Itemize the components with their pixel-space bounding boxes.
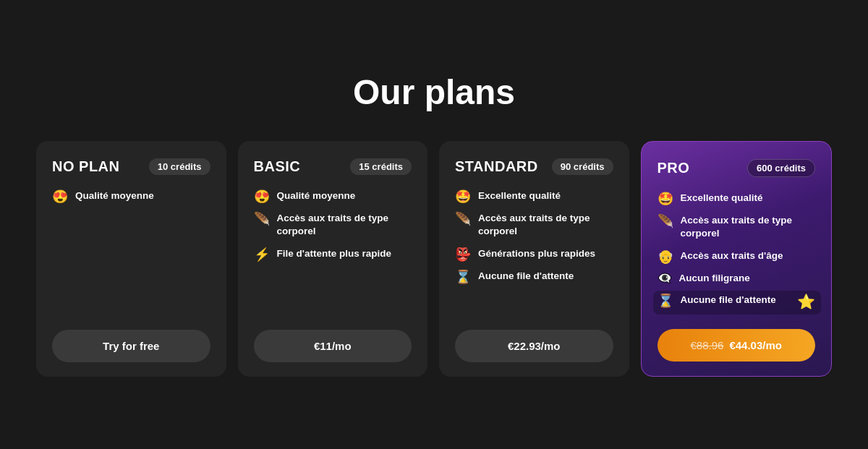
lightning-icon: ⚡	[254, 248, 270, 261]
feature-item: 🤩 Excellente qualité	[658, 192, 816, 205]
feature-text: File d'attente plus rapide	[277, 247, 392, 260]
features-list-standard: 🤩 Excellente qualité 🪶 Accès aux traits …	[455, 189, 613, 312]
feature-text: Excellente qualité	[681, 192, 763, 205]
hourglass-icon: ⌛	[455, 270, 471, 283]
try-free-button[interactable]: Try for free	[52, 330, 210, 362]
feather-icon: 🪶	[658, 215, 673, 228]
feature-text: Générations plus rapides	[478, 247, 595, 260]
feature-text: Accès aux traits d'âge	[681, 249, 783, 262]
feature-text: Qualité moyenne	[277, 189, 356, 202]
plans-container: NO PLAN 10 crédits 😍 Qualité moyenne Try…	[22, 141, 846, 377]
fast-icon: 👺	[455, 248, 471, 261]
feature-item: 🪶 Accès aux traits de type corporel	[455, 212, 613, 238]
plan-card-pro: PRO 600 crédits 🤩 Excellente qualité 🪶 A…	[641, 141, 833, 377]
plan-card-basic: BASIC 15 crédits 😍 Qualité moyenne 🪶 Acc…	[238, 141, 428, 377]
feature-item: 😍 Qualité moyenne	[254, 189, 412, 203]
features-list-basic: 😍 Qualité moyenne 🪶 Accès aux traits de …	[254, 189, 412, 312]
plan-name-no-plan: NO PLAN	[52, 158, 120, 175]
hourglass-icon: ⌛	[658, 294, 673, 307]
new-price: €44.03/mo	[729, 339, 782, 351]
feature-item: ⚡ File d'attente plus rapide	[254, 247, 412, 261]
feature-item-highlight: ⌛ Aucune file d'attente ⭐	[653, 291, 822, 315]
age-icon: 👴	[658, 250, 673, 263]
plan-header-pro: PRO 600 crédits	[658, 159, 816, 177]
feature-item: ⌛ Aucune file d'attente	[455, 270, 613, 283]
plan-header-no-plan: NO PLAN 10 crédits	[52, 158, 210, 175]
feature-item: 🪶 Accès aux traits de type corporel	[254, 212, 412, 238]
pro-cta-button[interactable]: €88.96 €44.03/mo	[658, 329, 816, 362]
credits-badge-standard: 90 crédits	[552, 158, 613, 175]
feature-item: 😍 Qualité moyenne	[52, 189, 210, 203]
emoji-icon: 🤩	[455, 190, 471, 203]
feature-text: Accès aux traits de type corporel	[478, 212, 613, 238]
feature-text: Aucune file d'attente	[478, 270, 574, 283]
features-list-no-plan: 😍 Qualité moyenne	[52, 189, 210, 312]
feather-icon: 🪶	[254, 213, 270, 226]
feature-item: 👴 Accès aux traits d'âge	[658, 249, 816, 263]
feature-text: Accès aux traits de type corporel	[277, 212, 412, 238]
feature-item: 👺 Générations plus rapides	[455, 247, 613, 261]
emoji-icon: 😍	[254, 190, 270, 203]
credits-badge-no-plan: 10 crédits	[149, 158, 210, 175]
credits-badge-pro: 600 crédits	[747, 159, 815, 177]
watermark-icon: 👁‍🗨	[658, 273, 672, 284]
standard-cta-button[interactable]: €22.93/mo	[455, 330, 613, 362]
feature-text: Aucune file d'attente	[681, 294, 791, 307]
old-price: €88.96	[691, 339, 724, 351]
features-list-pro: 🤩 Excellente qualité 🪶 Accès aux traits …	[658, 192, 816, 312]
plan-name-pro: PRO	[658, 160, 690, 176]
plan-header-basic: BASIC 15 crédits	[254, 158, 412, 175]
plan-header-standard: STANDARD 90 crédits	[455, 158, 613, 175]
emoji-icon: 🤩	[658, 192, 673, 205]
feather-icon: 🪶	[455, 213, 471, 226]
plan-card-no-plan: NO PLAN 10 crédits 😍 Qualité moyenne Try…	[36, 141, 226, 377]
star-badge: ⭐	[797, 292, 815, 312]
credits-badge-basic: 15 crédits	[350, 158, 412, 175]
feature-item: 🤩 Excellente qualité	[455, 189, 613, 203]
feature-text: Excellente qualité	[478, 189, 561, 202]
page-title: Our plans	[353, 72, 515, 112]
feature-item: 🪶 Accès aux traits de type corporel	[658, 214, 816, 240]
plan-name-basic: BASIC	[254, 158, 301, 175]
feature-text: Aucun filigrane	[679, 272, 750, 285]
feature-text: Accès aux traits de type corporel	[681, 214, 816, 240]
plan-card-standard: STANDARD 90 crédits 🤩 Excellente qualité…	[439, 141, 629, 377]
plan-name-standard: STANDARD	[455, 158, 538, 175]
feature-item: 👁‍🗨 Aucun filigrane	[658, 272, 816, 285]
feature-text: Qualité moyenne	[75, 189, 154, 202]
emoji-icon: 😍	[52, 190, 68, 203]
basic-cta-button[interactable]: €11/mo	[254, 330, 412, 362]
